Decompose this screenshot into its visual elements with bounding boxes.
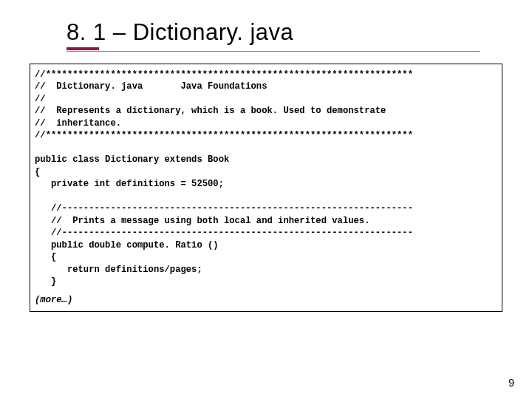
- page-number: 9: [508, 377, 514, 389]
- code-line: public double compute. Ratio (): [35, 240, 219, 250]
- code-line: //**************************************…: [35, 69, 413, 80]
- code-line: public class Dictionary extends Book: [35, 154, 229, 165]
- title-block: 8. 1 – Dictionary. java: [66, 19, 480, 46]
- slide-title: 8. 1 – Dictionary. java: [66, 19, 480, 46]
- more-indicator: (more…): [35, 295, 497, 305]
- code-line: // Represents a dictionary, which is a b…: [35, 106, 386, 116]
- code-line: {: [35, 252, 56, 262]
- slide: 8. 1 – Dictionary. java //**************…: [0, 0, 532, 399]
- code-line: // Prints a message using both local and…: [35, 216, 369, 226]
- code-line: // inheritance.: [35, 118, 121, 129]
- code-line: {: [35, 167, 40, 177]
- code-line: //**************************************…: [35, 130, 413, 140]
- code-line: //: [35, 94, 46, 104]
- code-listing: //**************************************…: [35, 69, 497, 287]
- code-box: //**************************************…: [30, 64, 502, 312]
- code-line: //--------------------------------------…: [35, 203, 413, 214]
- code-line: // Dictionary. java Java Foundations: [35, 81, 267, 92]
- code-line: private int definitions = 52500;: [35, 179, 224, 189]
- code-line: }: [35, 276, 56, 287]
- title-accent-bar: [66, 47, 99, 50]
- code-line: return definitions/pages;: [35, 265, 202, 275]
- code-line: //--------------------------------------…: [35, 228, 413, 238]
- title-underline: [66, 51, 480, 52]
